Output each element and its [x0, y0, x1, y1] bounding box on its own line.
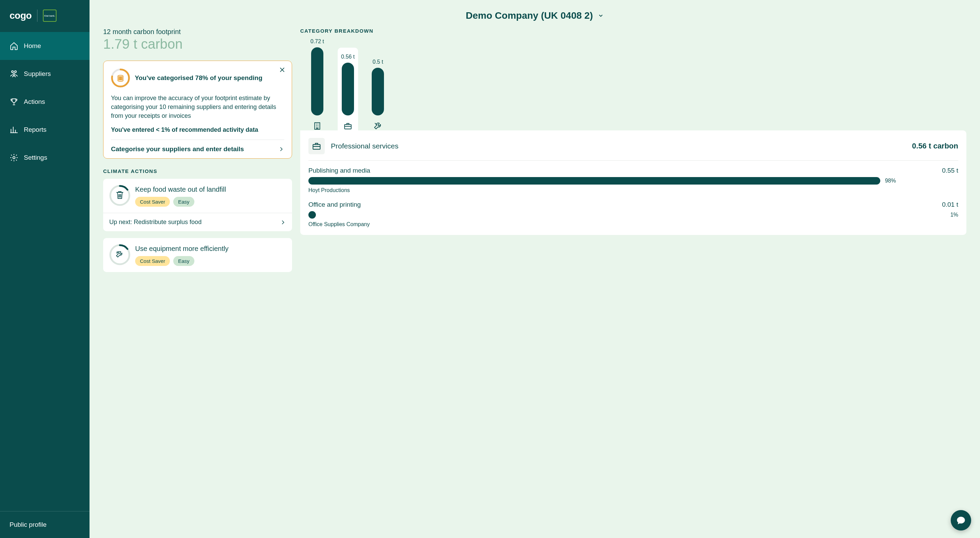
sidebar: cogo Kiwi bank. Home Suppliers Actions R… [0, 0, 89, 538]
chevron-down-icon [598, 13, 604, 19]
sub-name: Office and printing [309, 201, 361, 209]
sidebar-item-actions[interactable]: Actions [0, 88, 89, 116]
action-title: Keep food waste out of landfill [135, 185, 226, 193]
sub-value: 0.55 t [942, 167, 958, 174]
action-title: Use equipment more efficiently [135, 244, 228, 253]
subcategory-row[interactable]: Publishing and media 0.55 t 98% Hoyt Pro… [309, 167, 958, 193]
sidebar-item-home[interactable]: Home [0, 32, 89, 60]
sub-supplier: Office Supplies Company [309, 221, 958, 228]
svg-point-9 [118, 75, 123, 77]
cogo-logo: cogo [10, 10, 32, 21]
alert-cta[interactable]: Categorise your suppliers and enter deta… [111, 140, 284, 153]
climate-action-card[interactable]: Keep food waste out of landfill Cost Sav… [103, 179, 292, 231]
alert-sub: You've entered < 1% of recommended activ… [111, 126, 284, 134]
subcategory-row[interactable]: Office and printing 0.01 t 1% Office Sup… [309, 201, 958, 228]
sidebar-nav: Home Suppliers Actions Reports Settings [0, 32, 89, 172]
action-next-label: Up next: Redistribute surplus food [109, 219, 202, 226]
sidebar-item-label: Home [24, 42, 41, 50]
chat-icon [956, 516, 966, 525]
climate-action-card[interactable]: Use equipment more efficiently Cost Save… [103, 238, 292, 272]
left-column: 12 month carbon footprint 1.79 t carbon [103, 28, 292, 279]
action-next-link[interactable]: Up next: Redistribute surplus food [109, 213, 286, 231]
breakdown-heading: CATEGORY BREAKDOWN [300, 28, 966, 34]
briefcase-icon [312, 141, 321, 151]
bar-value: 0.56 t [341, 54, 355, 60]
sidebar-item-suppliers[interactable]: Suppliers [0, 60, 89, 88]
footprint-value: 1.79 t carbon [103, 37, 292, 52]
chip-easy: Easy [173, 256, 194, 266]
bars-icon [10, 125, 18, 134]
progress-ring-icon [111, 68, 130, 88]
bar-fill [372, 68, 384, 115]
svg-point-0 [11, 71, 13, 73]
sidebar-item-label: Settings [24, 154, 47, 161]
chevron-right-icon [278, 146, 284, 152]
progress-ring-icon [109, 185, 130, 206]
sub-pct: 1% [950, 212, 958, 218]
right-column: CATEGORY BREAKDOWN 0.72 t 0.56 t 0.5 t [300, 28, 966, 279]
alert-body: You can improve the accuracy of your foo… [111, 94, 284, 120]
company-switcher[interactable]: Demo Company (UK 0408 2) [103, 10, 966, 21]
sub-bar-fill [309, 211, 316, 219]
progress-ring-icon [109, 244, 130, 265]
sidebar-item-settings[interactable]: Settings [0, 144, 89, 172]
alert-cta-label: Categorise your suppliers and enter deta… [111, 145, 244, 153]
kiwibank-logo: Kiwi bank. [43, 10, 57, 22]
building-icon [313, 121, 322, 131]
svg-point-3 [13, 157, 15, 159]
breakdown-bars: 0.72 t 0.56 t 0.5 t [300, 38, 966, 131]
tools-icon [374, 121, 382, 131]
bar-fill [342, 63, 354, 115]
bar-value: 0.72 t [310, 38, 324, 45]
breakdown-bar[interactable]: 0.72 t [307, 38, 328, 131]
category-value: 0.56 t carbon [912, 142, 958, 151]
sidebar-item-label: Actions [24, 98, 45, 105]
chip-cost-saver: Cost Saver [135, 256, 170, 266]
climate-actions-heading: CLIMATE ACTIONS [103, 168, 292, 174]
home-icon [10, 41, 18, 50]
main: Demo Company (UK 0408 2) 12 month carbon… [89, 0, 980, 538]
breakdown-bar[interactable]: 0.5 t [368, 59, 387, 131]
footprint-label: 12 month carbon footprint [103, 28, 292, 36]
sub-pct: 98% [885, 178, 896, 184]
category-name: Professional services [331, 142, 906, 150]
category-icon-wrap [309, 138, 325, 154]
alert-title: You've categorised 78% of your spending [135, 74, 262, 82]
chip-easy: Easy [173, 197, 194, 207]
people-icon [10, 70, 18, 78]
bar-value: 0.5 t [372, 59, 383, 65]
chip-cost-saver: Cost Saver [135, 197, 170, 207]
svg-rect-15 [344, 125, 351, 129]
close-icon[interactable] [279, 67, 286, 75]
tools-icon [116, 251, 122, 257]
svg-point-1 [14, 71, 16, 73]
company-name: Demo Company (UK 0408 2) [466, 10, 593, 21]
logo-area: cogo Kiwi bank. [0, 0, 89, 32]
sidebar-item-public-profile[interactable]: Public profile [0, 511, 89, 538]
sidebar-item-label: Public profile [10, 521, 47, 528]
sub-name: Publishing and media [309, 167, 370, 174]
breakdown-panel: Professional services 0.56 t carbon Publ… [300, 131, 966, 235]
briefcase-icon [344, 121, 352, 131]
svg-rect-16 [313, 144, 320, 149]
sub-bar-fill [309, 177, 880, 185]
svg-point-2 [13, 73, 14, 75]
trophy-icon [10, 97, 18, 106]
sub-value: 0.01 t [942, 201, 958, 209]
sidebar-item-reports[interactable]: Reports [0, 116, 89, 144]
breakdown-bar[interactable]: 0.56 t [338, 48, 358, 131]
sub-supplier: Hoyt Productions [309, 187, 958, 193]
chat-button[interactable] [951, 510, 971, 530]
categorise-alert: You've categorised 78% of your spending … [103, 60, 292, 159]
chevron-right-icon [280, 219, 286, 225]
sidebar-item-label: Suppliers [24, 70, 51, 78]
bar-fill [311, 47, 323, 115]
sidebar-item-label: Reports [24, 126, 47, 134]
gear-icon [10, 153, 18, 162]
trash-icon [116, 192, 123, 199]
